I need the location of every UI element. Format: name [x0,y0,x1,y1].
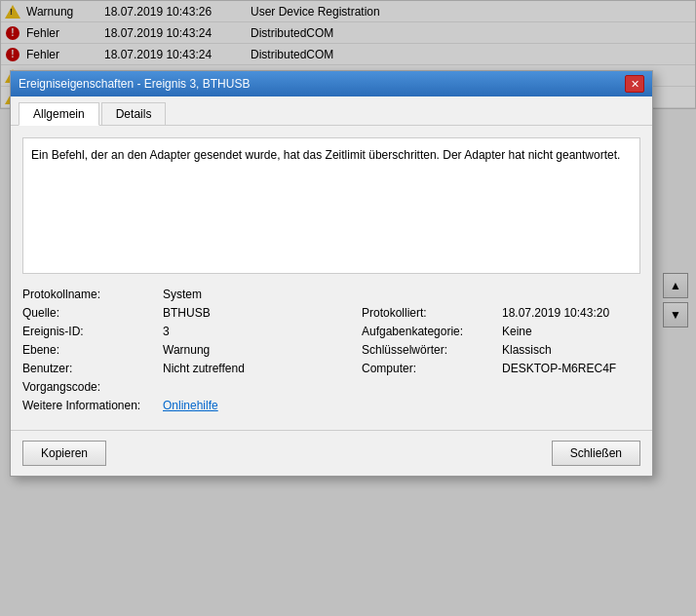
close-button[interactable]: Schließen [552,441,640,466]
vorgangscode-value [163,380,358,394]
event-properties-dialog: Ereigniseigenschaften - Ereignis 3, BTHU… [10,70,653,477]
ebene-label: Ebene: [22,343,159,357]
dialog-titlebar: Ereigniseigenschaften - Ereignis 3, BTHU… [11,71,652,96]
vorgangscode-label: Vorgangscode: [22,380,159,394]
schluesselwoerter-label: Schlüsselwörter: [362,343,498,357]
benutzer-value: Nicht zutreffend [163,362,358,375]
weitere-label: Weitere Informationen: [22,399,159,412]
quelle-value: BTHUSB [163,306,358,320]
ereignisid-value: 3 [163,325,358,338]
event-description: Ein Befehl, der an den Adapter gesendet … [22,137,640,274]
tab-bar: Allgemein Details [11,96,652,126]
properties-grid: Protokollname: System Quelle: BTHUSB Pro… [22,288,640,412]
ereignisid-label: Ereignis-ID: [22,325,159,338]
copy-button[interactable]: Kopieren [22,441,106,466]
quelle-label: Quelle: [22,306,159,320]
schluesselwoerter-value: Klassisch [502,343,696,357]
dialog-footer: Kopieren Schließen [11,430,652,476]
computer-value: DESKTOP-M6REC4F [502,362,696,375]
computer-label: Computer: [362,362,498,375]
protokollname-value: System [163,288,358,301]
dialog-close-button[interactable]: ✕ [625,75,644,93]
tab-allgemein[interactable]: Allgemein [19,102,99,126]
dialog-content: Ein Befehl, der an den Adapter gesendet … [11,126,652,430]
ebene-value: Warnung [163,343,358,357]
tab-details[interactable]: Details [101,102,167,125]
aufgabenkategorie-label: Aufgabenkategorie: [362,325,498,338]
protokolliert-label: Protokolliert: [362,306,498,320]
onlinehilfe-link[interactable]: Onlinehilfe [163,399,358,412]
dialog-title: Ereigniseigenschaften - Ereignis 3, BTHU… [19,77,250,91]
benutzer-label: Benutzer: [22,362,159,375]
protokolliert-value: 18.07.2019 10:43:20 [502,306,696,320]
aufgabenkategorie-value: Keine [502,325,696,338]
protokollname-label: Protokollname: [22,288,159,301]
